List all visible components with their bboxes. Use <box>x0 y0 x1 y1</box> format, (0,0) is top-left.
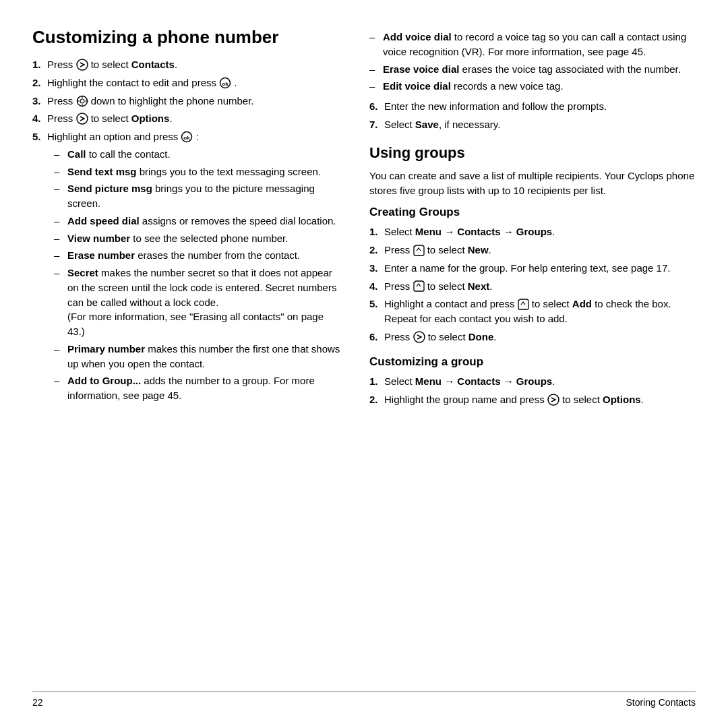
using-groups-title: Using groups <box>369 144 696 162</box>
ok-icon-1: ok <box>219 77 231 89</box>
bullet-add-to-group: – Add to Group... adds the number to a g… <box>54 373 342 403</box>
cg-step-6-num: 6. <box>369 330 384 344</box>
customize-steps-list: 1. Press to select Contacts. 2. Highl <box>32 57 342 406</box>
custg-step-2-content: Highlight the group name and press to se… <box>384 392 696 407</box>
custg-step-1-content: Select Menu → Contacts → Groups. <box>384 374 696 389</box>
custg-step-1-num: 1. <box>369 374 384 389</box>
contacts-icon-custg <box>547 394 559 406</box>
contacts-icon-1 <box>76 59 88 71</box>
cg-step-4: 4. Press to select Next. <box>369 279 696 294</box>
contacts-icon-cg <box>413 331 425 343</box>
soft-icon-2 <box>413 280 425 292</box>
cg-step-1: 1. Select Menu → Contacts → Groups. <box>369 224 696 239</box>
right-steps-list: 6. Enter the new information and follow … <box>369 99 696 132</box>
bullet-add-speed-dial: – Add speed dial assigns or removes the … <box>54 214 342 229</box>
cg-step-6: 6. Press to select Done. <box>369 330 696 344</box>
svg-text:ok: ok <box>222 81 229 87</box>
cg-step-3: 3. Enter a name for the group. For help … <box>369 261 696 276</box>
ok-icon-2: ok <box>181 131 193 143</box>
footer: 22 Storing Contacts <box>32 691 696 708</box>
bullet-add-voice-dial: – Add voice dial to record a voice tag s… <box>369 30 696 59</box>
step-1: 1. Press to select Contacts. <box>32 57 342 72</box>
svg-point-13 <box>548 394 559 405</box>
creating-groups-title: Creating Groups <box>369 206 696 219</box>
step-4-num: 4. <box>32 111 47 126</box>
section-title-customize: Customizing a phone number <box>32 27 342 48</box>
cg-step-2: 2. Press to select New. <box>369 243 696 257</box>
step-2: 2. Highlight the contact to edit and pre… <box>32 75 342 90</box>
cg-step-2-content: Press to select New. <box>384 243 696 257</box>
bullet-send-picture: – Send picture msg brings you to the pic… <box>54 181 342 211</box>
svg-text:ok: ok <box>184 135 191 141</box>
cg-step-3-num: 3. <box>369 261 384 276</box>
cg-step-5-num: 5. <box>369 297 384 326</box>
content-area: Customizing a phone number 1. Press to s… <box>32 27 696 684</box>
step-3: 3. Press down to highlight the phone num… <box>32 94 342 109</box>
right-step-6-num: 6. <box>369 99 384 114</box>
cg-step-3-content: Enter a name for the group. For help ent… <box>384 261 696 276</box>
right-step-7: 7. Select Save, if necessary. <box>369 117 696 132</box>
step-4-bold: Options <box>131 113 170 124</box>
cg-step-5-content: Highlight a contact and press to select … <box>384 297 696 326</box>
step-5-content: Highlight an option and press ok : – Cal… <box>47 129 342 406</box>
page: Customizing a phone number 1. Press to s… <box>0 0 728 728</box>
step-5-sub-bullets: – Call to call the contact. – Send text … <box>47 147 342 403</box>
bullet-send-text: – Send text msg brings you to the text m… <box>54 164 342 179</box>
bullet-edit-voice-dial: – Edit voice dial records a new voice ta… <box>369 79 696 94</box>
footer-section-name: Storing Contacts <box>626 697 696 708</box>
cg-step-6-content: Press to select Done. <box>384 330 696 344</box>
contacts-icon-2 <box>76 113 88 125</box>
right-step-7-content: Select Save, if necessary. <box>384 117 696 132</box>
customizing-group-list: 1. Select Menu → Contacts → Groups. 2. H… <box>369 374 696 407</box>
step-1-num: 1. <box>32 57 47 72</box>
svg-point-4 <box>80 99 84 103</box>
cg-step-4-num: 4. <box>369 279 384 294</box>
right-column: – Add voice dial to record a voice tag s… <box>369 27 696 684</box>
creating-groups-list: 1. Select Menu → Contacts → Groups. 2. P… <box>369 224 696 344</box>
step-2-content: Highlight the contact to edit and press … <box>47 75 342 90</box>
step-1-bold: Contacts <box>131 59 175 70</box>
step-4: 4. Press to select Options. <box>32 111 342 126</box>
soft-icon-1 <box>413 245 425 256</box>
step-5-num: 5. <box>32 129 47 406</box>
bullet-view-number: – View number to see the selected phone … <box>54 231 342 246</box>
step-6-sub-bullets: – Add voice dial to record a voice tag s… <box>369 30 696 94</box>
cg-step-1-content: Select Menu → Contacts → Groups. <box>384 224 696 239</box>
right-step-7-num: 7. <box>369 117 384 132</box>
soft-icon-3 <box>518 299 529 310</box>
step-3-content: Press down to highlight the phone number… <box>47 94 342 109</box>
cg-step-5: 5. Highlight a contact and press to sele… <box>369 297 696 326</box>
bullet-erase-voice-dial: – Erase voice dial erases the voice tag … <box>369 62 696 77</box>
using-groups-body: You can create and save a list of multip… <box>369 169 696 199</box>
step-1-content: Press to select Contacts. <box>47 57 342 72</box>
svg-point-9 <box>77 113 88 124</box>
cg-step-1-num: 1. <box>369 224 384 239</box>
customizing-group-title: Customizing a group <box>369 355 696 369</box>
step-3-num: 3. <box>32 94 47 109</box>
cg-step-4-content: Press to select Next. <box>384 279 696 294</box>
step-5: 5. Highlight an option and press ok : – … <box>32 129 342 406</box>
right-step-6-content: Enter the new information and follow the… <box>384 99 696 114</box>
custg-step-2: 2. Highlight the group name and press to… <box>369 392 696 407</box>
svg-point-0 <box>77 59 88 70</box>
step-4-content: Press to select Options. <box>47 111 342 126</box>
step-2-num: 2. <box>32 75 47 90</box>
custg-step-2-num: 2. <box>369 392 384 407</box>
bullet-erase-number: – Erase number erases the number from th… <box>54 248 342 263</box>
left-column: Customizing a phone number 1. Press to s… <box>32 27 342 684</box>
bullet-secret: – Secret makes the number secret so that… <box>54 266 342 339</box>
custg-step-1: 1. Select Menu → Contacts → Groups. <box>369 374 696 389</box>
nav-icon-1 <box>76 95 88 107</box>
right-step-6: 6. Enter the new information and follow … <box>369 99 696 114</box>
svg-point-12 <box>414 332 425 342</box>
footer-page-number: 22 <box>32 697 43 708</box>
bullet-primary-number: – Primary number makes this number the f… <box>54 342 342 371</box>
bullet-call: – Call to call the contact. <box>54 147 342 162</box>
cg-step-2-num: 2. <box>369 243 384 257</box>
